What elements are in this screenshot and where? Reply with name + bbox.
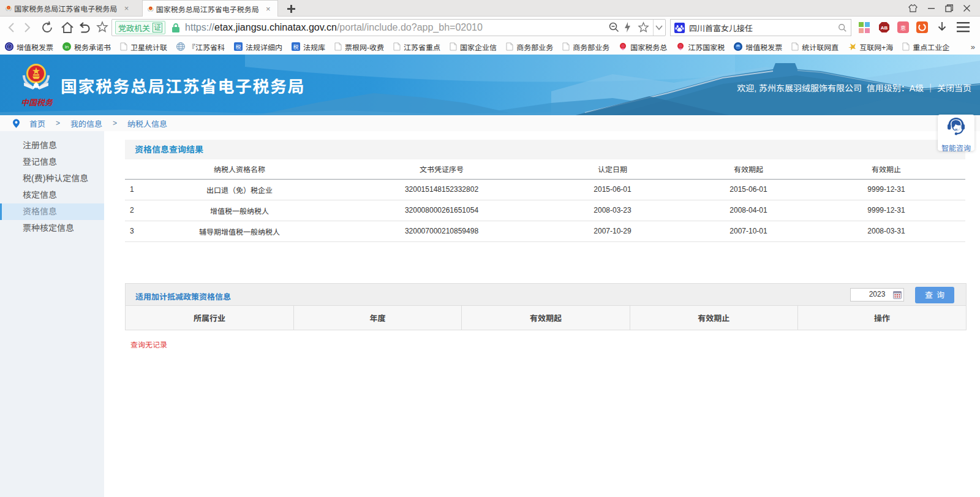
svg-text:D: D: [7, 45, 10, 49]
svg-text:AB: AB: [881, 25, 888, 31]
svg-text:税: 税: [293, 44, 299, 50]
svg-text:恵: 恵: [900, 25, 906, 31]
svg-text:税: 税: [236, 44, 241, 50]
svg-text:in: in: [65, 44, 69, 50]
